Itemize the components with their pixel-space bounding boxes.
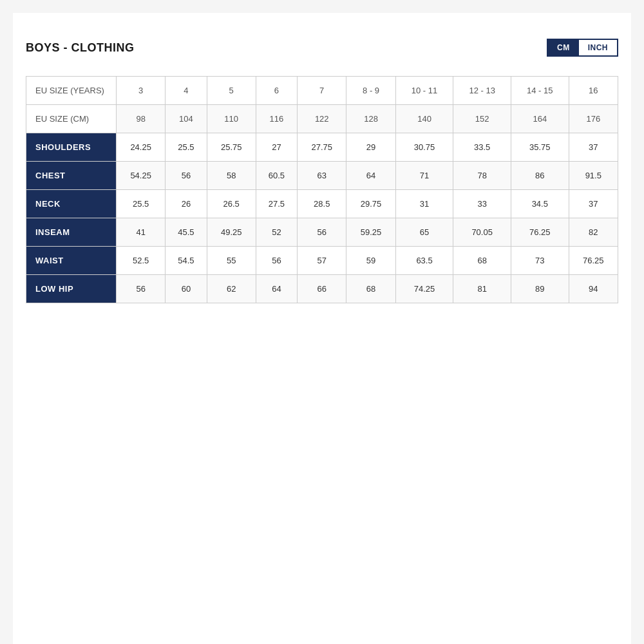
eu-years-cell: 3 xyxy=(117,77,166,105)
measurement-cell: 56 xyxy=(256,247,297,275)
measurement-cell: 27 xyxy=(256,133,297,162)
measurement-cell: 62 xyxy=(207,275,256,303)
measurement-label: SHOULDERS xyxy=(26,133,117,162)
measurement-cell: 29.75 xyxy=(346,190,395,218)
measurement-label: CHEST xyxy=(26,162,117,190)
measurement-cell: 33.5 xyxy=(453,133,511,162)
eu-cm-cell: 98 xyxy=(117,105,166,133)
measurement-row: INSEAM4145.549.25525659.256570.0576.2582 xyxy=(26,218,618,247)
eu-years-cell: 10 - 11 xyxy=(395,77,453,105)
measurement-cell: 26 xyxy=(166,190,207,218)
measurement-cell: 73 xyxy=(511,247,569,275)
unit-toggle: CM INCH xyxy=(547,39,618,57)
page-container: BOYS - CLOTHING CM INCH EU SIZE (YEARS)3… xyxy=(13,13,631,644)
measurement-cell: 56 xyxy=(166,162,207,190)
eu-years-cell: 16 xyxy=(569,77,618,105)
measurement-cell: 28.5 xyxy=(298,190,346,218)
measurement-cell: 64 xyxy=(256,275,297,303)
measurement-cell: 74.25 xyxy=(395,275,453,303)
measurement-cell: 63.5 xyxy=(395,247,453,275)
measurement-cell: 68 xyxy=(346,275,395,303)
eu-cm-cell: 140 xyxy=(395,105,453,133)
eu-cm-cell: 104 xyxy=(166,105,207,133)
measurement-cell: 89 xyxy=(511,275,569,303)
measurement-cell: 49.25 xyxy=(207,218,256,247)
measurement-cell: 34.5 xyxy=(511,190,569,218)
measurement-cell: 24.25 xyxy=(117,133,166,162)
eu-cm-cell: 110 xyxy=(207,105,256,133)
eu-years-cell: 14 - 15 xyxy=(511,77,569,105)
eu-cm-cell: 116 xyxy=(256,105,297,133)
eu-cm-cell: 164 xyxy=(511,105,569,133)
measurement-cell: 56 xyxy=(298,218,346,247)
measurement-cell: 82 xyxy=(569,218,618,247)
measurement-cell: 25.5 xyxy=(117,190,166,218)
header-row: BOYS - CLOTHING CM INCH xyxy=(26,39,618,57)
measurement-label: NECK xyxy=(26,190,117,218)
cm-button[interactable]: CM xyxy=(548,40,579,55)
measurement-cell: 58 xyxy=(207,162,256,190)
eu-cm-cell: 176 xyxy=(569,105,618,133)
measurement-cell: 52 xyxy=(256,218,297,247)
eu-years-label: EU SIZE (YEARS) xyxy=(26,77,117,105)
eu-years-cell: 5 xyxy=(207,77,256,105)
measurement-cell: 25.5 xyxy=(166,133,207,162)
measurement-cell: 56 xyxy=(117,275,166,303)
measurement-cell: 26.5 xyxy=(207,190,256,218)
eu-years-cell: 8 - 9 xyxy=(346,77,395,105)
measurement-cell: 45.5 xyxy=(166,218,207,247)
measurement-cell: 27.75 xyxy=(298,133,346,162)
measurement-cell: 41 xyxy=(117,218,166,247)
measurement-cell: 54.5 xyxy=(166,247,207,275)
measurement-label: INSEAM xyxy=(26,218,117,247)
measurement-cell: 57 xyxy=(298,247,346,275)
measurement-row: SHOULDERS24.2525.525.752727.752930.7533.… xyxy=(26,133,618,162)
inch-button[interactable]: INCH xyxy=(579,40,617,55)
measurement-cell: 65 xyxy=(395,218,453,247)
eu-years-cell: 6 xyxy=(256,77,297,105)
measurement-cell: 94 xyxy=(569,275,618,303)
measurement-cell: 35.75 xyxy=(511,133,569,162)
eu-cm-cell: 152 xyxy=(453,105,511,133)
measurement-row: CHEST54.25565860.5636471788691.5 xyxy=(26,162,618,190)
measurement-cell: 78 xyxy=(453,162,511,190)
measurement-cell: 66 xyxy=(298,275,346,303)
measurement-row: WAIST52.554.55556575963.5687376.25 xyxy=(26,247,618,275)
measurement-cell: 55 xyxy=(207,247,256,275)
measurement-cell: 64 xyxy=(346,162,395,190)
page-title: BOYS - CLOTHING xyxy=(26,41,135,55)
measurement-cell: 86 xyxy=(511,162,569,190)
measurement-cell: 71 xyxy=(395,162,453,190)
measurement-cell: 76.25 xyxy=(569,247,618,275)
eu-cm-label: EU SIZE (CM) xyxy=(26,105,117,133)
measurement-cell: 91.5 xyxy=(569,162,618,190)
eu-years-cell: 12 - 13 xyxy=(453,77,511,105)
eu-years-cell: 4 xyxy=(166,77,207,105)
measurement-cell: 59 xyxy=(346,247,395,275)
measurement-cell: 31 xyxy=(395,190,453,218)
measurement-cell: 54.25 xyxy=(117,162,166,190)
eu-years-row: EU SIZE (YEARS)345678 - 910 - 1112 - 131… xyxy=(26,77,618,105)
measurement-row: LOW HIP56606264666874.25818994 xyxy=(26,275,618,303)
measurement-cell: 60.5 xyxy=(256,162,297,190)
measurement-cell: 37 xyxy=(569,190,618,218)
measurement-label: WAIST xyxy=(26,247,117,275)
eu-cm-row: EU SIZE (CM)9810411011612212814015216417… xyxy=(26,105,618,133)
measurement-cell: 52.5 xyxy=(117,247,166,275)
measurement-cell: 29 xyxy=(346,133,395,162)
measurement-cell: 81 xyxy=(453,275,511,303)
eu-years-cell: 7 xyxy=(298,77,346,105)
measurement-cell: 30.75 xyxy=(395,133,453,162)
measurement-cell: 76.25 xyxy=(511,218,569,247)
measurement-cell: 37 xyxy=(569,133,618,162)
eu-cm-cell: 128 xyxy=(346,105,395,133)
measurement-cell: 59.25 xyxy=(346,218,395,247)
measurement-cell: 60 xyxy=(166,275,207,303)
measurement-cell: 63 xyxy=(298,162,346,190)
size-table: EU SIZE (YEARS)345678 - 910 - 1112 - 131… xyxy=(26,76,618,303)
measurement-cell: 27.5 xyxy=(256,190,297,218)
eu-cm-cell: 122 xyxy=(298,105,346,133)
measurement-cell: 25.75 xyxy=(207,133,256,162)
measurement-label: LOW HIP xyxy=(26,275,117,303)
measurement-cell: 70.05 xyxy=(453,218,511,247)
